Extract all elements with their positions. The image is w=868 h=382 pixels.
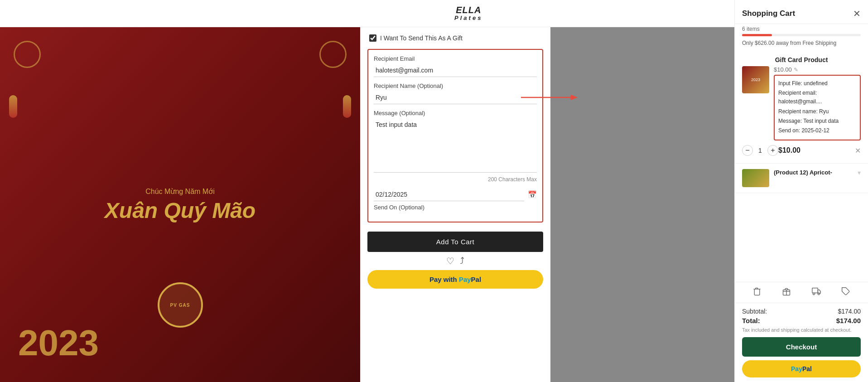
gift-form-box: Recipient Email Recipient Name (Optional… (367, 49, 543, 222)
svg-point-4 (813, 293, 815, 295)
cart-sidebar: Shopping Cart ✕ 6 items Only $626.00 awa… (734, 0, 868, 382)
wishlist-icon[interactable]: ♡ (446, 256, 454, 266)
product-form: I Want To Send This As A Gift Recipient … (360, 27, 550, 382)
gift-recipient-name: Recipient name: Ryu (778, 107, 856, 116)
checkout-button[interactable]: Checkout (742, 337, 861, 357)
calendar-icon[interactable]: 📅 (528, 190, 537, 199)
qty-controls: − 1 + (742, 145, 778, 156)
cart-icons-row (735, 282, 868, 303)
cart-tag-icon[interactable] (841, 287, 850, 298)
qty-value: 1 (757, 147, 764, 154)
message-field: Message (Optional) Test input data 200 C… (374, 110, 537, 183)
gift-recipient-email: Recipient email: halotest@gmail.... (778, 89, 856, 106)
cart-item-2-expand-icon[interactable]: ▾ (858, 169, 861, 176)
cart-total-value: $174.00 (836, 317, 861, 324)
gift-message: Message: Test input data (778, 117, 856, 126)
send-on-field: 📅 Send On (Optional) (374, 188, 537, 211)
svg-point-5 (818, 293, 820, 295)
qty-decrease-button[interactable]: − (742, 145, 753, 156)
gift-input-file: Input File: undefined (778, 79, 856, 88)
cart-title: Shopping Cart (742, 9, 795, 18)
paypal-pay-text: Pay with PayPal (429, 276, 481, 283)
action-buttons: Add To Cart ♡ ⤴ Pay with PayPal (360, 226, 550, 294)
action-icons-row: ♡ ⤴ (367, 256, 543, 266)
cart-item-2-image (742, 169, 769, 187)
paypal-button[interactable]: Pay with PayPal (367, 270, 543, 289)
cart-trash-icon[interactable] (752, 287, 762, 298)
gift-send-on: Send on: 2025-02-12 (778, 126, 856, 135)
cart-total-row: Total: $174.00 (742, 317, 861, 324)
svg-rect-3 (812, 288, 818, 293)
cart-item-2-name: (Product 12) Apricot- (774, 169, 832, 176)
remove-item-1-button[interactable]: ✕ (855, 146, 861, 155)
recipient-name-label: Recipient Name (Optional) (374, 82, 537, 89)
char-limit: 200 Characters Max (374, 176, 537, 183)
cart-shipping-icon[interactable] (812, 287, 821, 298)
cart-free-shipping: Only $626.00 away from Free Shipping (735, 38, 868, 51)
cart-item-1-image: 2023 (742, 66, 769, 93)
add-to-cart-button[interactable]: Add To Cart (367, 232, 543, 252)
site-logo: ELLA Plates (454, 5, 482, 21)
cart-item-1-edit-icon[interactable]: ✎ (794, 67, 798, 73)
cart-progress-bar (742, 34, 861, 36)
share-icon[interactable]: ⤴ (460, 256, 464, 266)
cart-total-label: Total: (742, 317, 760, 324)
cart-item-2: (Product 12) Apricot- ▾ (735, 164, 868, 193)
cart-footer: Subtotal: $174.00 Total: $174.00 Tax inc… (735, 303, 868, 382)
recipient-email-label: Recipient Email (374, 55, 537, 62)
send-on-input[interactable] (374, 188, 524, 201)
recipient-email-field: Recipient Email (374, 55, 537, 77)
cart-item-1: Gift Card Product 2023 $10.00 ✎ Input Fi… (735, 51, 868, 164)
cart-item-1-price: $10.00 ✎ (774, 66, 861, 73)
recipient-name-input[interactable] (374, 91, 537, 104)
cart-close-button[interactable]: ✕ (853, 8, 861, 19)
cart-item-1-total: $10.00 (778, 146, 800, 155)
gift-checkbox[interactable] (369, 34, 376, 42)
cart-subtotal-row: Subtotal: $174.00 (742, 308, 861, 315)
gift-checkbox-label: I Want To Send This As A Gift (380, 34, 463, 42)
cart-item-1-name: Gift Card Product (742, 56, 861, 63)
product-image: Chúc Mừng Năm Mới Xuân Quý Mão PV GAS 20… (0, 27, 360, 382)
qty-increase-button[interactable]: + (767, 145, 778, 156)
cart-progress-fill (742, 34, 772, 36)
cart-subtotal-value: $174.00 (838, 308, 861, 315)
cart-paypal-text: PayPal (791, 365, 812, 372)
cart-tax-note: Tax included and shipping calculated at … (742, 327, 861, 333)
message-textarea[interactable]: Test input data (374, 118, 537, 173)
message-label: Message (Optional) (374, 110, 537, 116)
cart-gift-icon[interactable] (782, 287, 791, 298)
gift-checkbox-row: I Want To Send This As A Gift (360, 27, 550, 45)
cart-header: Shopping Cart ✕ (735, 0, 868, 24)
cart-item-count: 6 items (735, 24, 868, 34)
send-on-label: Send On (Optional) (374, 204, 537, 211)
cart-paypal-button[interactable]: PayPal (742, 360, 861, 377)
svg-marker-1 (571, 95, 578, 100)
recipient-email-input[interactable] (374, 64, 537, 77)
gift-details-box: Input File: undefined Recipient email: h… (774, 75, 861, 140)
cart-subtotal-label: Subtotal: (742, 308, 767, 315)
cart-items-list: Gift Card Product 2023 $10.00 ✎ Input Fi… (735, 51, 868, 282)
recipient-name-field: Recipient Name (Optional) (374, 82, 537, 104)
